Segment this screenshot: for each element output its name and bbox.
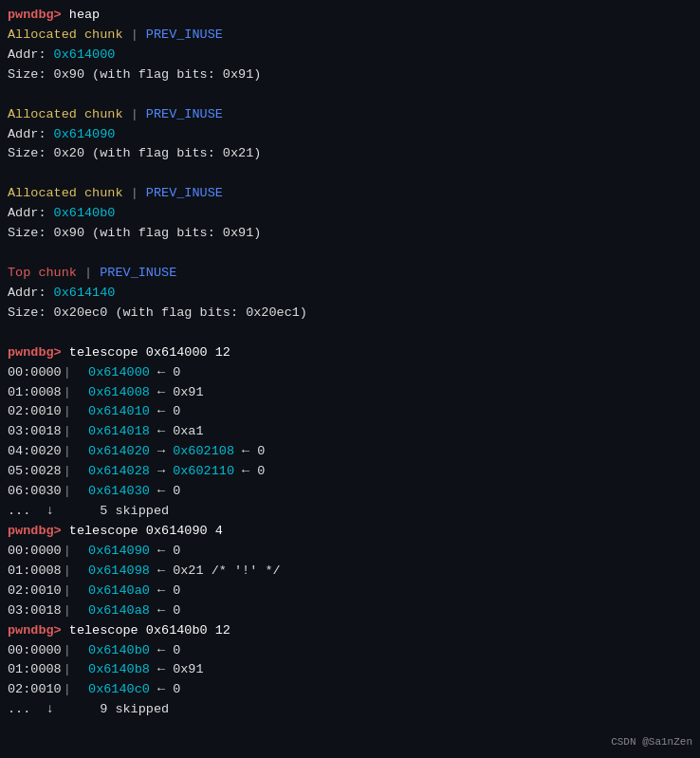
tele-idx: 05:0028 [8, 464, 62, 478]
addr-value: 0x614000 [54, 47, 116, 62]
top-chunk-label: Top chunk [8, 266, 77, 280]
terminal-line: Addr: 0x614000 [8, 46, 692, 65]
size-key: Size: [8, 226, 54, 240]
tele-val: 0 [173, 603, 180, 618]
arrow: ← [157, 424, 165, 438]
terminal-line: 02:0010| 0x6140a0 ← 0 [8, 582, 692, 601]
terminal-line: Allocated chunk | PREV_INUSE [8, 184, 692, 204]
terminal-line: pwndbg> telescope 0x6140b0 12 [8, 621, 692, 641]
tele-idx: 04:0020 [8, 444, 62, 458]
blank-line [8, 324, 692, 343]
addr-key: Addr: [8, 206, 54, 220]
tele-idx: 06:0030 [8, 484, 62, 498]
size-value: 0x20ec0 (with flag bits: 0x20ec1) [54, 305, 307, 320]
terminal-line: 03:0018| 0x6140a8 ← 0 [8, 601, 692, 621]
size-key: Size: [8, 305, 54, 320]
terminal-line: 01:0008| 0x614008 ← 0x91 [8, 383, 692, 403]
tele-addr: 0x614008 [88, 385, 150, 399]
command-text: telescope 0x6140b0 12 [69, 623, 230, 638]
arrow: ← [157, 662, 165, 676]
arrow-right: → [157, 444, 165, 458]
tele-addr: 0x614028 [88, 464, 150, 478]
tele-addr: 0x614090 [88, 544, 150, 558]
blank-line [8, 164, 692, 184]
terminal-line: 00:0000| 0x614090 ← 0 [8, 542, 692, 562]
tele-idx: 02:0010 [8, 404, 62, 418]
chunk-label: Allocated chunk [8, 107, 123, 121]
tele-comment: /* '!' */ [212, 564, 281, 578]
tele-addr: 0x614010 [88, 404, 150, 418]
terminal-line: 04:0020| 0x614020 → 0x602108 ← 0 [8, 442, 692, 462]
tele-val: 0 [257, 444, 265, 458]
tele-val: 0 [173, 643, 180, 657]
prompt: pwndbg> [8, 524, 69, 538]
tele-idx: 00:0000 [8, 365, 62, 379]
command-text: telescope 0x614090 4 [69, 524, 223, 538]
arrow: ← [157, 564, 165, 578]
chunk-label: Allocated chunk [8, 28, 123, 42]
terminal-line: Size: 0x20 (with flag bits: 0x21) [8, 144, 692, 164]
terminal-line: 00:0000| 0x614000 ← 0 [8, 363, 692, 383]
addr-value: 0x6140b0 [54, 206, 116, 220]
tele-idx: 03:0018 [8, 424, 62, 438]
tele-idx: 00:0000 [8, 544, 62, 558]
tele-addr: 0x614030 [88, 484, 150, 498]
tele-val: 0 [173, 365, 180, 379]
tele-addr: 0x6140b0 [88, 643, 150, 657]
terminal-line: Size: 0x90 (with flag bits: 0x91) [8, 65, 692, 85]
terminal-line: 00:0000| 0x6140b0 ← 0 [8, 641, 692, 661]
tele-val: 0x21 [173, 564, 203, 578]
terminal-line: 01:0008| 0x6140b8 ← 0x91 [8, 660, 692, 680]
tele-val: 0 [173, 682, 180, 696]
arrow-right: → [157, 464, 165, 478]
arrow: ← [157, 643, 165, 657]
prev-inuse-flag: PREV_INUSE [146, 28, 223, 42]
tele-idx: 01:0008 [8, 564, 62, 578]
size-key: Size: [8, 67, 54, 82]
size-value: 0x20 (with flag bits: 0x21) [54, 146, 262, 160]
terminal-line: 03:0018| 0x614018 ← 0xa1 [8, 422, 692, 442]
tele-val: 0 [173, 404, 180, 418]
terminal-line: Size: 0x20ec0 (with flag bits: 0x20ec1) [8, 304, 692, 324]
terminal-line: Allocated chunk | PREV_INUSE [8, 105, 692, 125]
arrow: ← [157, 385, 165, 399]
command-text: heap [69, 8, 100, 22]
tele-addr: 0x614018 [88, 424, 150, 438]
arrow: ← [157, 544, 165, 558]
addr-key: Addr: [8, 286, 54, 300]
arrow: ← [157, 603, 165, 618]
prompt: pwndbg> [8, 623, 69, 638]
terminal-line: 06:0030| 0x614030 ← 0 [8, 482, 692, 502]
tele-val: 0 [173, 484, 180, 498]
terminal-line: Addr: 0x6140b0 [8, 204, 692, 224]
tele-addr: 0x614020 [88, 444, 150, 458]
terminal-line: pwndbg> telescope 0x614000 12 [8, 343, 692, 363]
tele-addr: 0x6140a8 [88, 603, 150, 618]
tele-val: 0xa1 [173, 424, 203, 438]
terminal-line: Addr: 0x614140 [8, 284, 692, 304]
tele-val: 0x91 [173, 385, 203, 399]
arrow: ← [157, 365, 165, 379]
terminal-line: 01:0008| 0x614098 ← 0x21 /* '!' */ [8, 562, 692, 582]
prev-inuse-flag: PREV_INUSE [146, 186, 223, 200]
terminal-line: Size: 0x90 (with flag bits: 0x91) [8, 224, 692, 244]
command-text: telescope 0x614000 12 [69, 345, 230, 360]
prev-inuse-flag: PREV_INUSE [146, 107, 223, 121]
terminal-line: ... ↓ 9 skipped [8, 700, 692, 720]
terminal: pwndbg> heapAllocated chunk | PREV_INUSE… [8, 6, 692, 720]
tele-val: 0 [173, 544, 180, 558]
arrow: ← [157, 484, 165, 498]
watermark: CSDN @Sa1nZen [611, 734, 692, 750]
terminal-line: pwndbg> telescope 0x614090 4 [8, 522, 692, 542]
terminal-line: 02:0010| 0x6140c0 ← 0 [8, 680, 692, 700]
arrow: ← [157, 404, 165, 418]
arrow-left: ← [242, 444, 249, 458]
terminal-line: 02:0010| 0x614010 ← 0 [8, 402, 692, 422]
prompt: pwndbg> [8, 8, 69, 22]
tele-addr: 0x6140a0 [88, 583, 150, 598]
tele-ptr: 0x602108 [173, 444, 234, 458]
tele-idx: 01:0008 [8, 385, 62, 399]
tele-idx: 02:0010 [8, 583, 62, 598]
terminal-line: Top chunk | PREV_INUSE [8, 264, 692, 284]
size-value: 0x90 (with flag bits: 0x91) [54, 67, 262, 82]
